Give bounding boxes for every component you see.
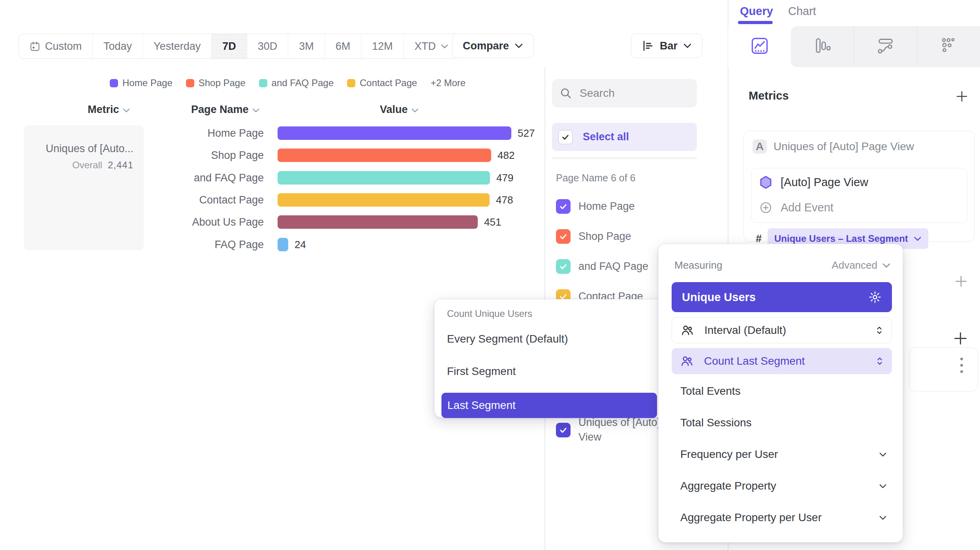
chart-row-contact-page: Contact Page478 [0,189,544,211]
chart-type-button[interactable]: Bar [631,34,702,58]
legend-more[interactable]: +2 More [430,77,466,89]
range-custom[interactable]: Custom [19,34,93,58]
chart-type-tab-bar-chart[interactable] [791,26,854,67]
add-event-label: Add Event [781,201,834,214]
select-all-label: Select all [583,131,629,143]
chart-legend: Home PageShop Pageand FAQ PageContact Pa… [110,77,466,89]
filter-item-shop-page[interactable]: Shop Page [556,229,631,244]
measuring-header: Measuring [674,259,722,271]
range-6m[interactable]: 6M [325,34,362,58]
chart-type-tab-flow[interactable] [854,26,917,67]
measuring-option-unique-users[interactable]: Unique Users [672,282,892,312]
add-metric-icon[interactable] [956,90,968,103]
sort-chevron-icon [252,108,259,113]
legend-item-and-faq-page[interactable]: and FAQ Page [259,77,334,89]
search-input[interactable] [579,87,679,100]
event-name: [Auto] Page View [781,176,868,189]
calendar-icon [30,41,40,52]
measuring-option-aggregate-property-per-user[interactable]: Aggregate Property per User [680,511,887,524]
range-3m[interactable]: 3M [288,34,325,58]
measuring-row-interval[interactable]: Interval (Default) [672,317,892,343]
column-header-value[interactable]: Value [380,104,419,116]
count-option-first-segment[interactable]: First Segment [447,365,516,378]
chart-type-tab-line[interactable] [728,26,791,67]
flow-icon [877,37,894,56]
add-breakdown-icon[interactable] [953,331,968,346]
event-hexagon-icon [759,175,772,189]
search-icon [559,87,573,100]
bar-home-page[interactable] [278,126,511,140]
tab-chart[interactable]: Chart [788,5,816,18]
add-filter-icon[interactable] [954,275,968,288]
range-30d[interactable]: 30D [247,34,289,58]
count-option-every-segment-default-[interactable]: Every Segment (Default) [447,333,568,345]
chart-type-tab-grid-dots[interactable] [917,26,980,67]
bar-about-us-page[interactable] [278,215,478,229]
legend-swatch [259,79,267,87]
compare-button[interactable]: Compare [452,34,534,58]
legend-item-home-page[interactable]: Home Page [110,77,173,89]
legend-swatch [110,79,118,87]
range-12m[interactable]: 12M [361,34,404,58]
bar-value: 24 [295,239,306,251]
bar-and-faq-page[interactable] [278,171,490,185]
measuring-option-total-sessions[interactable]: Total Sessions [680,416,887,429]
event-row[interactable]: [Auto] Page View [759,175,868,189]
bar-faq-page[interactable] [278,238,288,251]
metric-checkbox[interactable] [556,423,571,437]
chevron-down-icon [914,236,922,241]
chevron-down-icon [879,452,887,457]
count-option-last-segment[interactable]: Last Segment [441,393,657,418]
legend-swatch [347,79,355,87]
chevron-down-icon [879,515,887,520]
date-range-group: CustomTodayYesterday7D30D3M6M12MXTD [19,34,460,59]
filter-item-home-page[interactable]: Home Page [556,199,635,214]
checkbox[interactable] [556,229,571,244]
chart-row-shop-page: Shop Page482 [0,144,544,166]
bar-value: 479 [496,172,513,184]
row-label: and FAQ Page [0,172,264,184]
select-all-row[interactable]: Select all [552,123,697,151]
chart-row-about-us-page: About Us Page451 [0,211,544,233]
measuring-option-frequency-per-user[interactable]: Frequency per User [680,448,887,461]
advanced-toggle[interactable]: Advanced [832,259,891,271]
sort-updown-icon [876,325,883,335]
select-all-checkbox[interactable] [558,130,573,144]
measuring-option-total-events[interactable]: Total Events [680,385,887,397]
range-yesterday[interactable]: Yesterday [143,34,212,58]
legend-item-contact-page[interactable]: Contact Page [347,77,417,89]
compare-label: Compare [463,40,509,52]
kebab-menu-icon[interactable] [960,358,963,373]
bar-contact-page[interactable] [278,193,490,207]
bar-shop-page[interactable] [278,149,491,162]
event-box: [Auto] Page View Add Event [751,168,967,223]
hash-symbol: # [756,233,762,245]
row-label: FAQ Page [0,239,264,251]
add-event-row[interactable]: Add Event [759,201,834,214]
check-icon [561,133,570,141]
metric-badge: A [753,139,767,154]
checkbox[interactable] [556,199,571,214]
tab-query[interactable]: Query [740,5,773,18]
gear-icon[interactable] [868,290,882,304]
users-icon [681,324,694,337]
row-label: Contact Page [0,194,264,206]
checkbox[interactable] [556,259,571,274]
circle-plus-icon [759,201,772,214]
column-header-metric[interactable]: Metric [88,104,130,116]
legend-item-shop-page[interactable]: Shop Page [186,77,246,89]
sort-chevron-icon [123,108,130,113]
chart-row-and-faq-page: and FAQ Page479 [0,167,544,189]
segment-search [552,79,697,107]
range-7d[interactable]: 7D [212,34,247,58]
measuring-option-aggregate-property[interactable]: Aggregate Property [680,480,887,492]
chart-row-home-page: Home Page527 [0,122,544,144]
filter-divider [552,158,697,158]
check-icon [559,426,568,435]
range-today[interactable]: Today [93,34,143,58]
filter-item-and-faq-page[interactable]: and FAQ Page [556,259,648,274]
column-header-page-name[interactable]: Page Name [191,104,259,116]
range-xtd[interactable]: XTD [404,34,459,58]
chevron-down-icon [441,44,449,49]
measuring-row-count-last-segment[interactable]: Count Last Segment [672,348,892,374]
